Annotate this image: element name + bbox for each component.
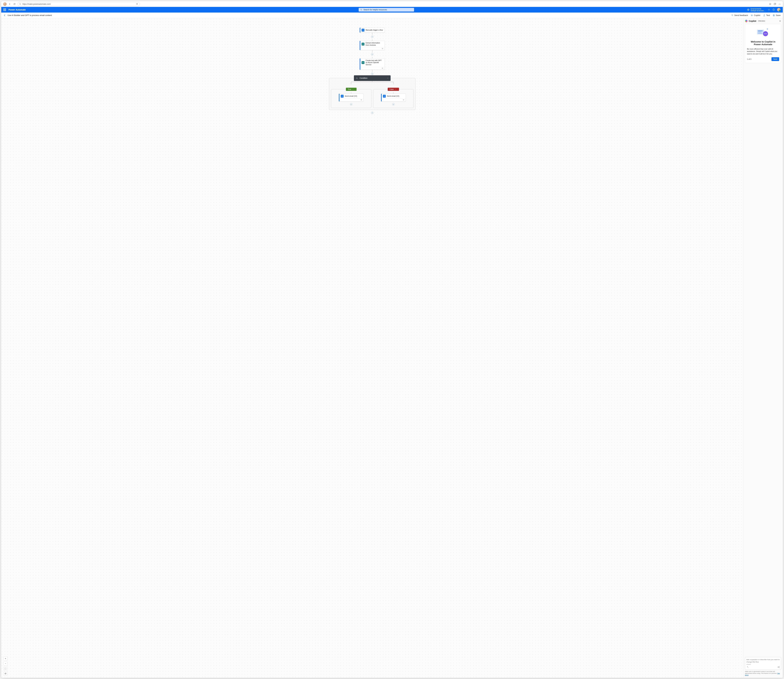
condition-node[interactable]: Condition	[354, 75, 390, 81]
save-button[interactable]: Save	[773, 14, 781, 16]
node-trigger-manual[interactable]: Manually trigger a flow	[360, 28, 385, 33]
svg-point-25	[764, 33, 765, 34]
env-value: Default environm…	[751, 10, 765, 12]
condition-block: Condition True ↓	[329, 78, 415, 110]
env-label: Environments	[751, 8, 765, 10]
add-step-button[interactable]: +	[371, 73, 373, 75]
flow-container: Manually trigger a flow + ↓ Extract info…	[329, 28, 415, 115]
true-label[interactable]: True	[346, 88, 356, 91]
copilot-step: 1 of 3	[747, 58, 751, 60]
false-label[interactable]: False	[387, 88, 399, 91]
zoom-controls: + −	[3, 656, 8, 676]
browser-bar: https://make.powerautomate.com/	[1, 1, 783, 7]
node-send-email-true[interactable]: Send email (V2) 👁	[339, 94, 364, 102]
copilot-char-counter: 0/2000	[747, 663, 780, 665]
search-icon	[360, 9, 362, 11]
flow-title: Use AI Builder and GPT to process email …	[8, 14, 52, 16]
branch-lines	[341, 81, 404, 84]
sparkle-icon[interactable]	[747, 666, 748, 668]
user-avatar[interactable]	[777, 8, 781, 11]
svg-point-27	[766, 33, 767, 34]
connector: + ↓	[371, 33, 373, 41]
chevron-down-icon	[387, 77, 389, 79]
svg-rect-22	[758, 32, 761, 33]
send-feedback-button[interactable]: Send feedback	[731, 14, 748, 16]
node-gpt-azure[interactable]: Create text with GPT on Azure OpenAI Ser…	[360, 58, 385, 70]
zoom-out-button[interactable]: −	[3, 662, 8, 665]
svg-rect-19	[384, 96, 385, 97]
ai-builder-icon	[362, 43, 364, 45]
favorite-icon[interactable]	[769, 3, 772, 5]
arrow-down-icon: ↓	[372, 39, 373, 41]
help-icon[interactable]	[772, 8, 775, 11]
address-url: https://make.powerautomate.com/	[22, 3, 135, 5]
node-send-email-false[interactable]: Send email (V2) 👁	[381, 94, 406, 102]
address-bar[interactable]: https://make.powerautomate.com/	[17, 2, 140, 6]
back-arrow-icon[interactable]	[3, 14, 6, 17]
profile-avatar-icon[interactable]	[3, 2, 6, 6]
fit-screen-button[interactable]	[3, 666, 8, 671]
main-area: Manually trigger a flow + ↓ Extract info…	[1, 18, 783, 678]
preview-icon: 👁	[361, 99, 362, 101]
true-branch: True ↓ Send email (V2)	[331, 89, 371, 108]
copilot-welcome-card: Welcome to Copilot in Power Automate Be …	[745, 24, 781, 63]
next-button[interactable]: Next	[772, 57, 779, 61]
close-icon[interactable]	[779, 20, 781, 22]
condition-icon	[356, 77, 358, 79]
node-extract-invoices[interactable]: Extract information from invoices 👁	[360, 41, 385, 50]
copilot-welcome-body: Be more efficient than ever with AI assi…	[747, 48, 779, 55]
shopping-icon	[136, 3, 138, 5]
svg-point-0	[20, 3, 21, 5]
false-branch: False ↓ Send email (V2)	[373, 89, 414, 108]
add-step-button[interactable]: +	[371, 36, 373, 38]
app-window: https://make.powerautomate.com/ Power Au…	[1, 1, 783, 678]
test-button[interactable]: Test	[763, 14, 770, 16]
refresh-button[interactable]	[13, 3, 16, 6]
save-icon	[773, 14, 775, 16]
feedback-icon	[731, 14, 733, 16]
zoom-in-button[interactable]: +	[3, 656, 8, 660]
copilot-illustration	[747, 27, 779, 38]
preview-badge: PREVIEW	[757, 20, 766, 22]
svg-rect-23	[758, 33, 762, 34]
svg-point-7	[768, 9, 769, 10]
copilot-input[interactable]: Ask a question or describe how you want …	[745, 657, 781, 670]
minimap-button[interactable]	[3, 671, 8, 676]
svg-point-3	[779, 4, 780, 4]
connector: +	[371, 111, 373, 115]
settings-icon[interactable]	[768, 8, 770, 11]
app-launcher-icon[interactable]	[3, 8, 6, 11]
flow-canvas[interactable]: Manually trigger a flow + ↓ Extract info…	[1, 18, 743, 678]
copilot-input-placeholder: Ask a question or describe how you want …	[747, 659, 780, 663]
arrow-down-icon: ↓	[372, 56, 373, 58]
copilot-panel: Copilot PREVIEW	[743, 18, 783, 678]
back-button[interactable]	[8, 3, 11, 6]
environment-picker[interactable]: Environments Default environm…	[747, 8, 765, 12]
preview-icon: 👁	[382, 67, 383, 69]
svg-point-2	[779, 4, 779, 4]
arrow-down-icon: ↓	[393, 91, 394, 94]
add-step-button[interactable]: +	[350, 103, 353, 106]
connector: + ↓	[371, 50, 373, 58]
outlook-icon	[383, 95, 386, 98]
search-icon	[19, 3, 21, 5]
send-icon[interactable]	[777, 666, 780, 668]
svg-rect-21	[758, 31, 763, 31]
flask-icon	[763, 14, 765, 16]
environment-icon	[747, 8, 750, 11]
trigger-icon	[362, 29, 364, 31]
copilot-title: Copilot	[749, 20, 756, 22]
add-step-button[interactable]: +	[392, 103, 395, 106]
copilot-button[interactable]: Copilot	[751, 14, 760, 16]
arrow-down-icon: ↓	[351, 91, 352, 94]
add-step-button[interactable]: +	[371, 53, 373, 56]
outlook-icon	[341, 95, 344, 98]
search-input[interactable]: Search for helpful resources	[359, 8, 414, 12]
openai-icon	[362, 61, 364, 64]
svg-point-11	[751, 15, 752, 16]
more-icon[interactable]	[778, 3, 781, 5]
search-placeholder: Search for helpful resources	[364, 9, 387, 11]
add-step-button[interactable]: +	[371, 111, 373, 114]
app-name[interactable]: Power Automate	[8, 8, 26, 11]
collections-icon[interactable]	[774, 3, 776, 5]
